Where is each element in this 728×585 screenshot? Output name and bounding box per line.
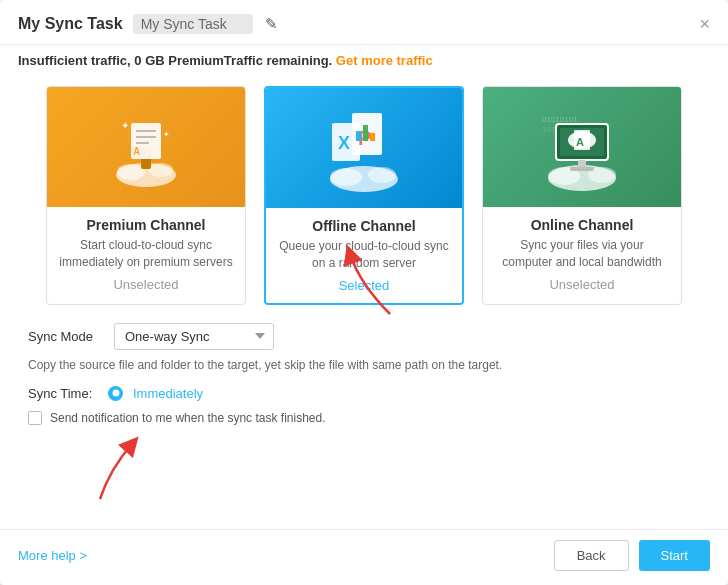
offline-channel-status: Selected	[278, 278, 450, 293]
svg-point-2	[149, 163, 173, 177]
more-help-link[interactable]: More help >	[18, 548, 87, 563]
immediately-link[interactable]: Immediately	[133, 386, 203, 401]
svg-rect-18	[356, 131, 361, 141]
sync-dialog: My Sync Task ✎ × Insufficient traffic, 0…	[0, 0, 728, 585]
channels-row: A ✦ ✦ Premium Channel Start cloud-to-clo…	[0, 76, 728, 315]
premium-channel-svg: A ✦ ✦	[111, 107, 181, 187]
notification-row: Send notification to me when the sync ta…	[28, 411, 700, 425]
online-channel-card[interactable]: 01010101 10101010 A	[482, 86, 682, 305]
back-button[interactable]: Back	[554, 540, 629, 571]
online-channel-svg: 01010101 10101010 A	[542, 102, 622, 192]
svg-rect-32	[570, 167, 594, 171]
edit-icon[interactable]: ✎	[265, 15, 278, 33]
premium-channel-illustration: A ✦ ✦	[47, 87, 245, 207]
dialog-header: My Sync Task ✎ ×	[0, 0, 728, 45]
sync-time-radio[interactable]	[108, 386, 123, 401]
online-channel-illustration: 01010101 10101010 A	[483, 87, 681, 207]
online-channel-status: Unselected	[495, 277, 669, 292]
sync-mode-description: Copy the source file and folder to the t…	[28, 356, 700, 374]
premium-channel-body: Premium Channel Start cloud-to-cloud syn…	[47, 207, 245, 302]
offline-channel-svg: X P	[324, 103, 404, 193]
sync-time-row: Sync Time: Immediately	[28, 386, 700, 401]
offline-channel-name: Offline Channel	[278, 218, 450, 234]
svg-point-1	[117, 164, 145, 180]
online-channel-name: Online Channel	[495, 217, 669, 233]
close-button[interactable]: ×	[699, 15, 710, 33]
online-channel-body: Online Channel Sync your files via your …	[483, 207, 681, 302]
notification-label: Send notification to me when the sync ta…	[50, 411, 326, 425]
premium-channel-card[interactable]: A ✦ ✦ Premium Channel Start cloud-to-clo…	[46, 86, 246, 305]
notification-checkbox[interactable]	[28, 411, 42, 425]
alert-message: Insufficient traffic, 0 GB PremiumTraffi…	[18, 53, 332, 68]
settings-section: Sync Mode One-way Sync Two-way Sync Mirr…	[0, 315, 728, 529]
alert-bar: Insufficient traffic, 0 GB PremiumTraffi…	[0, 45, 728, 76]
offline-channel-desc: Queue your cloud-to-cloud sync on a rand…	[278, 238, 450, 272]
svg-rect-19	[363, 125, 368, 141]
title-input[interactable]	[133, 14, 253, 34]
svg-rect-31	[578, 160, 586, 168]
sync-mode-label: Sync Mode	[28, 329, 98, 344]
svg-text:A: A	[576, 136, 584, 148]
svg-text:✦: ✦	[121, 120, 129, 131]
svg-point-12	[330, 168, 362, 186]
sync-mode-row: Sync Mode One-way Sync Two-way Sync Mirr…	[28, 323, 700, 350]
sync-mode-select[interactable]: One-way Sync Two-way Sync Mirror Sync	[114, 323, 274, 350]
online-channel-desc: Sync your files via your computer and lo…	[495, 237, 669, 271]
svg-rect-20	[370, 133, 375, 141]
premium-channel-name: Premium Channel	[59, 217, 233, 233]
dialog-title: My Sync Task	[18, 15, 123, 33]
premium-channel-desc: Start cloud-to-cloud sync immediately on…	[59, 237, 233, 271]
premium-channel-status: Unselected	[59, 277, 233, 292]
dialog-footer: More help > Back Start	[0, 529, 728, 585]
sync-time-label: Sync Time:	[28, 386, 98, 401]
svg-text:X: X	[338, 133, 350, 153]
start-button[interactable]: Start	[639, 540, 710, 571]
offline-channel-card[interactable]: X P Offline Channel Queue your cloud-to-…	[264, 86, 464, 305]
svg-point-13	[368, 167, 396, 183]
offline-channel-illustration: X P	[266, 88, 462, 208]
offline-channel-body: Offline Channel Queue your cloud-to-clou…	[266, 208, 462, 303]
svg-text:A: A	[133, 146, 140, 157]
footer-buttons: Back Start	[554, 540, 710, 571]
get-more-traffic-link[interactable]: Get more traffic	[336, 53, 433, 68]
svg-text:✦: ✦	[163, 130, 170, 139]
svg-text:01010101: 01010101	[542, 115, 578, 124]
